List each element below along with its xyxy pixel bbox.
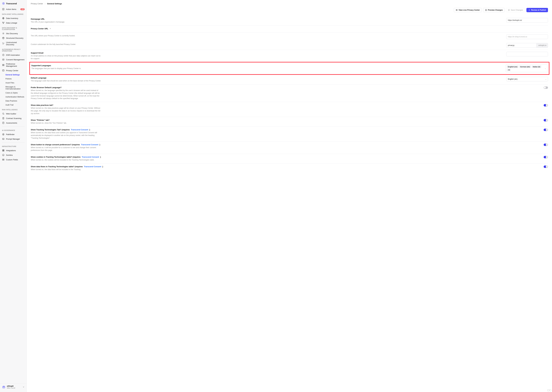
nav-prompt-manager[interactable]: Prompt Manager (0, 137, 27, 141)
nav-label: Privacy Center (6, 70, 18, 72)
brand-name: Transcend (6, 2, 17, 5)
nav-integrations[interactable]: Integrations (0, 148, 27, 153)
svg-rect-24 (2, 151, 3, 151)
nav-unstructured-discovery[interactable]: Unstructured Discovery (0, 40, 27, 47)
row-desc: The language code that should be used wh… (31, 79, 101, 82)
nav-data-lineage[interactable]: Data Lineage (0, 21, 27, 25)
row-title: Prefer Browser Default Language? (31, 86, 101, 89)
nav-label: Authentication Methods (6, 96, 24, 98)
subnav-policies[interactable]: Policies (0, 77, 27, 81)
show-policies-toggle[interactable] (544, 119, 548, 121)
nav-pathfinder[interactable]: Pathfinder (0, 132, 27, 137)
nav-contract-scanning[interactable]: Contract Scanning (0, 116, 27, 121)
transcend-consent-link[interactable]: Transcend Consent (84, 166, 101, 168)
nav-label: Action Items (6, 8, 16, 10)
section-data-asset: DATA ASSET INTELLIGENCE (0, 12, 27, 16)
row-pc-subdomain: Custom subdomain for the fully launched … (31, 41, 548, 50)
language-chip[interactable]: English (en) (507, 65, 518, 68)
subnav-colors-styles[interactable]: Colors & Styles (0, 91, 27, 95)
sombra-icon (2, 154, 5, 156)
show-dp-toggle[interactable] (544, 104, 548, 106)
nav-consent-management[interactable]: Consent Management (0, 57, 27, 62)
prompt-icon (2, 138, 5, 140)
nav-label: Structured Discovery (6, 37, 23, 39)
prefer-browser-toggle[interactable] (544, 86, 548, 89)
nav-custom-fields[interactable]: Custom Fields (0, 157, 27, 162)
support-email-input[interactable] (506, 52, 548, 56)
subnav-data-practices[interactable]: Data Practices (0, 99, 27, 103)
subnav-asset-files[interactable]: Asset Files (0, 81, 27, 85)
gift-icon (2, 385, 6, 389)
languages-multiselect[interactable]: English (en) German (de) Italian (it) +5… (506, 64, 547, 72)
default-language-select[interactable]: English (en) ⌄ (506, 77, 548, 81)
publish-button[interactable]: Review & Publish (526, 8, 548, 12)
row-title: Show data practices tab? (31, 104, 101, 106)
transcend-consent-link[interactable]: Transcend Consent (71, 129, 88, 131)
view-live-button[interactable]: View Live Privacy Center (454, 8, 482, 12)
language-chip[interactable]: German (de) (519, 65, 531, 68)
row-title: Show data flows in Tracking Technologies… (31, 166, 103, 168)
preview-button[interactable]: Preview Changes (483, 8, 505, 12)
subdomain-suffix: .eshopit.co (537, 43, 548, 48)
row-desc: When turned on, the data flows and cooki… (31, 131, 101, 139)
svg-rect-22 (2, 150, 3, 150)
svg-point-1 (3, 3, 4, 4)
auditor-icon (2, 112, 5, 115)
row-title: Supported Languages (31, 64, 81, 67)
show-dataflows-toggle[interactable] (544, 166, 548, 168)
select-value: English (en) (508, 78, 517, 80)
nav-preference-management[interactable]: Preference Management (0, 62, 27, 68)
feedback-icon[interactable] (547, 389, 549, 391)
nav-label: Prompt Manager (6, 138, 20, 140)
svg-rect-33 (508, 9, 510, 11)
nav-label: Sombra (6, 154, 13, 156)
chevron-right-icon: › (45, 3, 45, 5)
nav-data-inventory[interactable]: Data Inventory (0, 16, 27, 21)
silo-icon (2, 32, 5, 35)
nav-label: Integrations (6, 149, 16, 152)
feedback-icon[interactable] (549, 389, 551, 391)
scatter-icon (2, 42, 5, 45)
row-desc: When turned on, the language specified b… (31, 89, 101, 100)
show-tracking-toggle[interactable] (544, 129, 548, 131)
language-chip[interactable]: Italian (it) (532, 65, 541, 68)
row-title[interactable]: Privacy Center URL (31, 28, 51, 30)
section-ai: AI GOVERNANCE (0, 128, 27, 132)
subnav-messages-i18n[interactable]: Messages & Internationalization (0, 85, 27, 91)
nav-assessments[interactable]: Assessments (0, 121, 27, 125)
row-show-dataflows: Show data flows in Tracking Technologies… (31, 163, 548, 173)
homepage-url-input[interactable] (506, 18, 548, 22)
nav-sombra[interactable]: Sombra (0, 153, 27, 157)
nav-dsr-automation[interactable]: DSR Automation (0, 53, 27, 57)
svg-point-20 (2, 133, 4, 135)
chevron-down-icon: ⌄ (545, 68, 546, 69)
nav-web-auditor[interactable]: Web Auditor (0, 111, 27, 116)
feedback-widget[interactable] (547, 389, 551, 391)
svg-rect-23 (3, 150, 4, 150)
nav-structured-discovery[interactable]: Structured Discovery (0, 36, 27, 40)
nav-label: Consent Management (6, 59, 24, 61)
subnav-auth-methods[interactable]: Authentication Methods (0, 95, 27, 99)
language-chip-more[interactable]: +5 (507, 69, 511, 71)
subnav-general-settings[interactable]: General Settings (0, 73, 27, 77)
logo[interactable]: Transcend (0, 1, 27, 7)
row-show-data-practices: Show data practices tab? When turned on,… (31, 102, 548, 117)
section-infra: INFRASTRUCTURE (0, 144, 27, 148)
crumb-parent[interactable]: Privacy Center (31, 3, 43, 5)
subnav-audit-trail[interactable]: Audit Trail (0, 103, 27, 107)
show-consent-btn-toggle[interactable] (544, 144, 548, 146)
nav-privacy-center[interactable]: Privacy Center (0, 68, 27, 73)
lineage-icon (2, 21, 5, 24)
transcend-consent-link[interactable]: Transcend Consent (81, 144, 98, 146)
svg-rect-28 (2, 160, 4, 160)
svg-point-11 (3, 44, 3, 44)
show-cookies-toggle[interactable] (544, 156, 548, 158)
nav-action-items[interactable]: Action Items 139 (0, 7, 27, 12)
btn-label: View Live Privacy Center (458, 9, 480, 11)
row-desc: Custom subdomain for the fully launched … (31, 43, 76, 46)
pc-current-url-input[interactable] (506, 35, 548, 39)
org-switcher[interactable]: eShopIt Mike Farrell (0, 383, 27, 391)
nav-silo-discovery[interactable]: Silo Discovery (0, 31, 27, 36)
transcend-consent-link[interactable]: Transcend Consent (82, 156, 99, 158)
subdomain-input[interactable] (506, 43, 537, 48)
